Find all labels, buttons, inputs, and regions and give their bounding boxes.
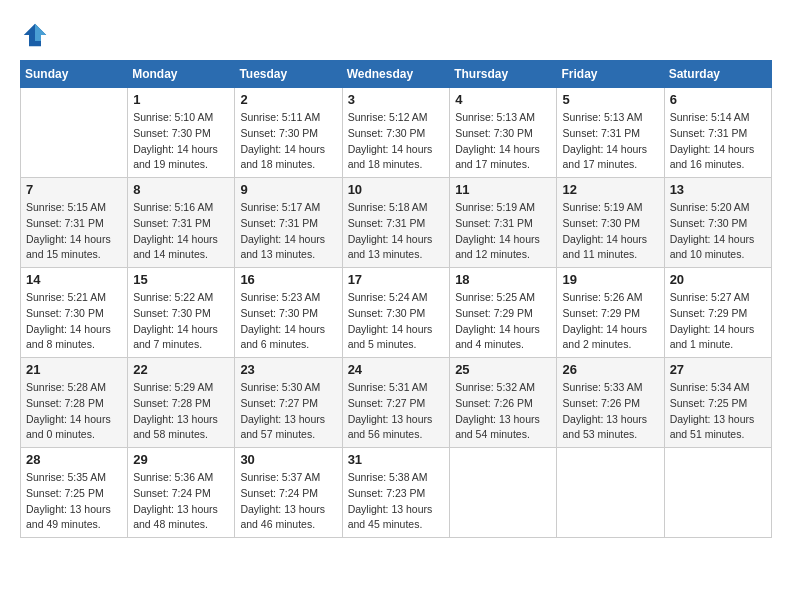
- page-header: [20, 20, 772, 50]
- calendar-cell: 17Sunrise: 5:24 AM Sunset: 7:30 PM Dayli…: [342, 268, 450, 358]
- day-number: 19: [562, 272, 658, 287]
- calendar-cell: [21, 88, 128, 178]
- day-number: 25: [455, 362, 551, 377]
- calendar-cell: 2Sunrise: 5:11 AM Sunset: 7:30 PM Daylig…: [235, 88, 342, 178]
- day-number: 16: [240, 272, 336, 287]
- day-info: Sunrise: 5:25 AM Sunset: 7:29 PM Dayligh…: [455, 290, 551, 353]
- day-info: Sunrise: 5:10 AM Sunset: 7:30 PM Dayligh…: [133, 110, 229, 173]
- calendar-cell: 7Sunrise: 5:15 AM Sunset: 7:31 PM Daylig…: [21, 178, 128, 268]
- calendar-cell: 28Sunrise: 5:35 AM Sunset: 7:25 PM Dayli…: [21, 448, 128, 538]
- calendar-cell: 19Sunrise: 5:26 AM Sunset: 7:29 PM Dayli…: [557, 268, 664, 358]
- day-number: 4: [455, 92, 551, 107]
- logo-icon: [20, 20, 50, 50]
- day-number: 9: [240, 182, 336, 197]
- calendar-cell: 31Sunrise: 5:38 AM Sunset: 7:23 PM Dayli…: [342, 448, 450, 538]
- day-number: 12: [562, 182, 658, 197]
- calendar-cell: 9Sunrise: 5:17 AM Sunset: 7:31 PM Daylig…: [235, 178, 342, 268]
- calendar-cell: 1Sunrise: 5:10 AM Sunset: 7:30 PM Daylig…: [128, 88, 235, 178]
- calendar-week-row: 21Sunrise: 5:28 AM Sunset: 7:28 PM Dayli…: [21, 358, 772, 448]
- calendar-cell: 12Sunrise: 5:19 AM Sunset: 7:30 PM Dayli…: [557, 178, 664, 268]
- day-number: 27: [670, 362, 766, 377]
- day-number: 24: [348, 362, 445, 377]
- day-info: Sunrise: 5:37 AM Sunset: 7:24 PM Dayligh…: [240, 470, 336, 533]
- day-number: 22: [133, 362, 229, 377]
- weekday-header-monday: Monday: [128, 61, 235, 88]
- day-info: Sunrise: 5:26 AM Sunset: 7:29 PM Dayligh…: [562, 290, 658, 353]
- day-number: 1: [133, 92, 229, 107]
- calendar-cell: 20Sunrise: 5:27 AM Sunset: 7:29 PM Dayli…: [664, 268, 771, 358]
- day-number: 10: [348, 182, 445, 197]
- day-info: Sunrise: 5:12 AM Sunset: 7:30 PM Dayligh…: [348, 110, 445, 173]
- day-info: Sunrise: 5:14 AM Sunset: 7:31 PM Dayligh…: [670, 110, 766, 173]
- day-info: Sunrise: 5:28 AM Sunset: 7:28 PM Dayligh…: [26, 380, 122, 443]
- calendar-cell: 30Sunrise: 5:37 AM Sunset: 7:24 PM Dayli…: [235, 448, 342, 538]
- calendar-cell: 25Sunrise: 5:32 AM Sunset: 7:26 PM Dayli…: [450, 358, 557, 448]
- calendar-cell: 13Sunrise: 5:20 AM Sunset: 7:30 PM Dayli…: [664, 178, 771, 268]
- weekday-header-friday: Friday: [557, 61, 664, 88]
- weekday-header-tuesday: Tuesday: [235, 61, 342, 88]
- calendar-cell: 14Sunrise: 5:21 AM Sunset: 7:30 PM Dayli…: [21, 268, 128, 358]
- day-info: Sunrise: 5:17 AM Sunset: 7:31 PM Dayligh…: [240, 200, 336, 263]
- svg-marker-1: [35, 24, 46, 41]
- calendar-week-row: 14Sunrise: 5:21 AM Sunset: 7:30 PM Dayli…: [21, 268, 772, 358]
- calendar-cell: 24Sunrise: 5:31 AM Sunset: 7:27 PM Dayli…: [342, 358, 450, 448]
- day-number: 7: [26, 182, 122, 197]
- calendar-cell: 16Sunrise: 5:23 AM Sunset: 7:30 PM Dayli…: [235, 268, 342, 358]
- day-number: 3: [348, 92, 445, 107]
- weekday-header-sunday: Sunday: [21, 61, 128, 88]
- day-number: 6: [670, 92, 766, 107]
- calendar-cell: [450, 448, 557, 538]
- day-number: 8: [133, 182, 229, 197]
- calendar-cell: 15Sunrise: 5:22 AM Sunset: 7:30 PM Dayli…: [128, 268, 235, 358]
- day-number: 23: [240, 362, 336, 377]
- day-info: Sunrise: 5:13 AM Sunset: 7:30 PM Dayligh…: [455, 110, 551, 173]
- calendar-cell: 27Sunrise: 5:34 AM Sunset: 7:25 PM Dayli…: [664, 358, 771, 448]
- calendar-cell: 6Sunrise: 5:14 AM Sunset: 7:31 PM Daylig…: [664, 88, 771, 178]
- day-info: Sunrise: 5:13 AM Sunset: 7:31 PM Dayligh…: [562, 110, 658, 173]
- day-number: 21: [26, 362, 122, 377]
- calendar-week-row: 7Sunrise: 5:15 AM Sunset: 7:31 PM Daylig…: [21, 178, 772, 268]
- day-info: Sunrise: 5:16 AM Sunset: 7:31 PM Dayligh…: [133, 200, 229, 263]
- calendar-cell: 8Sunrise: 5:16 AM Sunset: 7:31 PM Daylig…: [128, 178, 235, 268]
- calendar-table: SundayMondayTuesdayWednesdayThursdayFrid…: [20, 60, 772, 538]
- calendar-cell: 18Sunrise: 5:25 AM Sunset: 7:29 PM Dayli…: [450, 268, 557, 358]
- day-number: 31: [348, 452, 445, 467]
- calendar-cell: 4Sunrise: 5:13 AM Sunset: 7:30 PM Daylig…: [450, 88, 557, 178]
- calendar-cell: 3Sunrise: 5:12 AM Sunset: 7:30 PM Daylig…: [342, 88, 450, 178]
- weekday-header-wednesday: Wednesday: [342, 61, 450, 88]
- day-info: Sunrise: 5:36 AM Sunset: 7:24 PM Dayligh…: [133, 470, 229, 533]
- weekday-header-thursday: Thursday: [450, 61, 557, 88]
- day-info: Sunrise: 5:33 AM Sunset: 7:26 PM Dayligh…: [562, 380, 658, 443]
- calendar-cell: 5Sunrise: 5:13 AM Sunset: 7:31 PM Daylig…: [557, 88, 664, 178]
- day-number: 17: [348, 272, 445, 287]
- day-info: Sunrise: 5:19 AM Sunset: 7:30 PM Dayligh…: [562, 200, 658, 263]
- calendar-cell: 11Sunrise: 5:19 AM Sunset: 7:31 PM Dayli…: [450, 178, 557, 268]
- day-number: 11: [455, 182, 551, 197]
- calendar-cell: 26Sunrise: 5:33 AM Sunset: 7:26 PM Dayli…: [557, 358, 664, 448]
- calendar-cell: 21Sunrise: 5:28 AM Sunset: 7:28 PM Dayli…: [21, 358, 128, 448]
- day-number: 29: [133, 452, 229, 467]
- day-info: Sunrise: 5:11 AM Sunset: 7:30 PM Dayligh…: [240, 110, 336, 173]
- day-info: Sunrise: 5:21 AM Sunset: 7:30 PM Dayligh…: [26, 290, 122, 353]
- calendar-cell: 10Sunrise: 5:18 AM Sunset: 7:31 PM Dayli…: [342, 178, 450, 268]
- calendar-cell: 23Sunrise: 5:30 AM Sunset: 7:27 PM Dayli…: [235, 358, 342, 448]
- day-info: Sunrise: 5:15 AM Sunset: 7:31 PM Dayligh…: [26, 200, 122, 263]
- day-number: 26: [562, 362, 658, 377]
- day-info: Sunrise: 5:35 AM Sunset: 7:25 PM Dayligh…: [26, 470, 122, 533]
- weekday-header-row: SundayMondayTuesdayWednesdayThursdayFrid…: [21, 61, 772, 88]
- day-info: Sunrise: 5:18 AM Sunset: 7:31 PM Dayligh…: [348, 200, 445, 263]
- logo: [20, 20, 54, 50]
- day-info: Sunrise: 5:29 AM Sunset: 7:28 PM Dayligh…: [133, 380, 229, 443]
- day-number: 18: [455, 272, 551, 287]
- day-number: 28: [26, 452, 122, 467]
- calendar-cell: [664, 448, 771, 538]
- day-info: Sunrise: 5:32 AM Sunset: 7:26 PM Dayligh…: [455, 380, 551, 443]
- day-info: Sunrise: 5:38 AM Sunset: 7:23 PM Dayligh…: [348, 470, 445, 533]
- day-number: 20: [670, 272, 766, 287]
- calendar-cell: 29Sunrise: 5:36 AM Sunset: 7:24 PM Dayli…: [128, 448, 235, 538]
- day-info: Sunrise: 5:30 AM Sunset: 7:27 PM Dayligh…: [240, 380, 336, 443]
- day-number: 13: [670, 182, 766, 197]
- day-number: 14: [26, 272, 122, 287]
- day-info: Sunrise: 5:27 AM Sunset: 7:29 PM Dayligh…: [670, 290, 766, 353]
- calendar-week-row: 28Sunrise: 5:35 AM Sunset: 7:25 PM Dayli…: [21, 448, 772, 538]
